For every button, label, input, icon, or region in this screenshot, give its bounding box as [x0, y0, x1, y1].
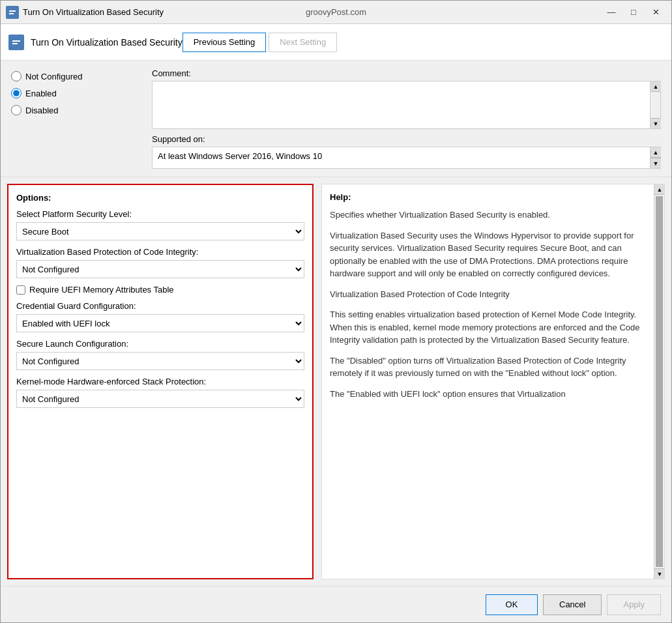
- supported-scroll-down[interactable]: ▼: [650, 158, 661, 168]
- credential-label: Credential Guard Configuration:: [16, 301, 304, 311]
- minimize-button[interactable]: —: [601, 5, 622, 20]
- svg-rect-2: [9, 13, 14, 14]
- help-para-4: This setting enables virtualization base…: [330, 308, 646, 347]
- vbs-select[interactable]: Not Configured Enabled without lock Enab…: [16, 260, 304, 278]
- kernel-select[interactable]: Not Configured Enabled in audit mode Ena…: [16, 390, 304, 408]
- supported-scroll-up[interactable]: ▲: [650, 147, 661, 158]
- site-label: groovyPost.com: [306, 7, 366, 17]
- title-bar: Turn On Virtualization Based Security gr…: [1, 1, 671, 24]
- dialog-header: Turn On Virtualization Based Security Pr…: [1, 24, 671, 61]
- launch-select[interactable]: Not Configured Enabled Disabled: [16, 352, 304, 370]
- credential-select[interactable]: Not Configured Enabled with UEFI lock En…: [16, 314, 304, 332]
- ok-button[interactable]: OK: [486, 594, 538, 615]
- supported-area: At least Windows Server 2016, Windows 10…: [152, 147, 661, 169]
- vbs-section: Virtualization Based Protection of Code …: [16, 247, 304, 278]
- uefi-checkbox-label[interactable]: Require UEFI Memory Attributes Table: [16, 285, 304, 295]
- cancel-button[interactable]: Cancel: [543, 594, 602, 615]
- help-scroll-down[interactable]: ▼: [654, 568, 665, 579]
- help-para-6: The "Enabled with UEFI lock" option ensu…: [330, 388, 646, 401]
- help-scrollbar: ▲ ▼: [654, 184, 664, 579]
- help-scroll-up[interactable]: ▲: [654, 184, 665, 195]
- help-title: Help:: [330, 192, 646, 202]
- supported-label: Supported on:: [152, 134, 661, 144]
- radio-disabled-label: Disabled: [25, 106, 59, 115]
- kernel-section: Kernel-mode Hardware-enforced Stack Prot…: [16, 377, 304, 408]
- help-para-3: Virtualization Based Protection of Code …: [330, 288, 646, 301]
- svg-rect-5: [12, 43, 18, 44]
- comment-section: Comment: ▲ ▼: [152, 68, 661, 129]
- comment-textarea[interactable]: [153, 81, 650, 128]
- top-section: Not Configured Enabled Disabled Comment:…: [1, 61, 671, 177]
- comment-label: Comment:: [152, 68, 661, 78]
- maximize-button[interactable]: □: [623, 5, 644, 20]
- supported-scrollbar: ▲ ▼: [650, 147, 660, 168]
- close-button[interactable]: ✕: [645, 5, 666, 20]
- options-title: Options:: [16, 193, 304, 203]
- credential-section: Credential Guard Configuration: Not Conf…: [16, 301, 304, 332]
- svg-rect-1: [9, 10, 16, 12]
- supported-section: Supported on: At least Windows Server 20…: [152, 134, 661, 169]
- help-para-2: Virtualization Based Security uses the W…: [330, 229, 646, 280]
- help-para-1: Specifies whether Virtualization Based S…: [330, 209, 646, 222]
- title-bar-text: Turn On Virtualization Based Security: [23, 7, 164, 17]
- uefi-checkbox-input[interactable]: [16, 285, 25, 295]
- supported-value: At least Windows Server 2016, Windows 10: [153, 147, 650, 168]
- help-panel-wrapper: Help: Specifies whether Virtualization B…: [321, 184, 665, 579]
- middle-section: Options: Select Platform Security Level:…: [1, 177, 671, 586]
- window-controls: — □ ✕: [601, 5, 666, 20]
- radio-not-configured-label: Not Configured: [25, 72, 82, 81]
- kernel-label: Kernel-mode Hardware-enforced Stack Prot…: [16, 377, 304, 386]
- svg-rect-3: [11, 37, 22, 48]
- title-bar-icon: [6, 6, 19, 19]
- scroll-up-arrow[interactable]: ▲: [650, 81, 661, 92]
- svg-rect-4: [12, 40, 20, 42]
- scroll-track-comment: [650, 92, 660, 118]
- dialog-title: Turn On Virtualization Based Security: [31, 37, 183, 48]
- uefi-checkbox-text: Require UEFI Memory Attributes Table: [29, 285, 174, 295]
- platform-section: Select Platform Security Level: Secure B…: [16, 209, 304, 240]
- prev-setting-button[interactable]: Previous Setting: [183, 33, 267, 52]
- launch-label: Secure Launch Configuration:: [16, 339, 304, 349]
- next-setting-button: Next Setting: [269, 33, 337, 52]
- comment-supported-col: Comment: ▲ ▼ Supported on: At least Wind…: [152, 68, 661, 169]
- options-panel: Options: Select Platform Security Level:…: [7, 184, 314, 579]
- dialog-icon: [8, 35, 24, 50]
- radio-enabled[interactable]: Enabled: [11, 88, 141, 98]
- main-window: Turn On Virtualization Based Security gr…: [0, 0, 672, 623]
- scroll-down-arrow[interactable]: ▼: [650, 118, 661, 128]
- dialog-footer: OK Cancel Apply: [1, 586, 671, 622]
- launch-section: Secure Launch Configuration: Not Configu…: [16, 339, 304, 370]
- radio-group: Not Configured Enabled Disabled: [11, 68, 141, 169]
- comment-scrollbar: ▲ ▼: [650, 81, 660, 128]
- radio-disabled[interactable]: Disabled: [11, 105, 141, 115]
- help-panel: Help: Specifies whether Virtualization B…: [322, 184, 654, 579]
- platform-label: Select Platform Security Level:: [16, 209, 304, 219]
- nav-buttons: Previous Setting Next Setting: [183, 33, 338, 52]
- radio-not-configured[interactable]: Not Configured: [11, 71, 141, 81]
- svg-rect-0: [8, 8, 17, 17]
- platform-select[interactable]: Secure Boot Secure Boot and DMA Protecti…: [16, 222, 304, 240]
- radio-enabled-input[interactable]: [11, 88, 22, 98]
- vbs-label: Virtualization Based Protection of Code …: [16, 247, 304, 257]
- comment-area: ▲ ▼: [152, 81, 661, 129]
- uefi-checkbox-section: Require UEFI Memory Attributes Table: [16, 285, 304, 295]
- help-scroll-thumb[interactable]: [656, 196, 663, 567]
- radio-disabled-input[interactable]: [11, 105, 22, 115]
- radio-not-configured-input[interactable]: [11, 71, 22, 81]
- apply-button[interactable]: Apply: [607, 594, 661, 615]
- help-para-5: The "Disabled" option turns off Virtuali…: [330, 355, 646, 380]
- radio-enabled-label: Enabled: [25, 89, 57, 98]
